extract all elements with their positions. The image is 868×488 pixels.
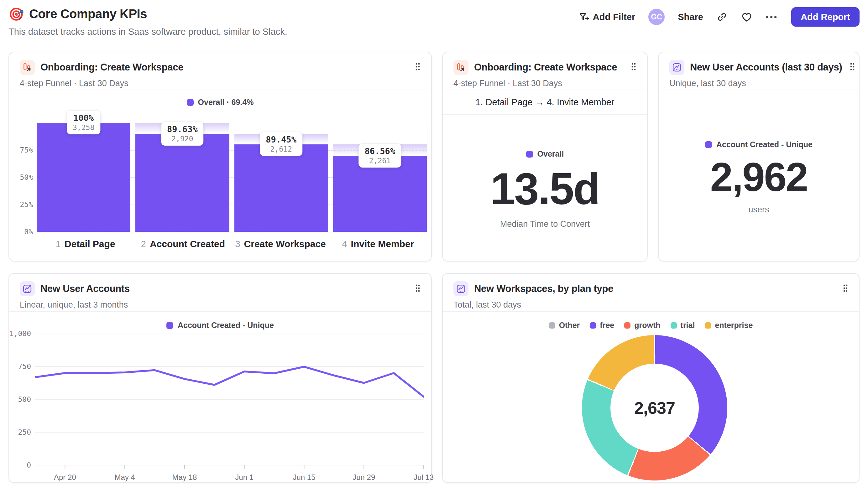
stat-stack: Overall 13.5d Median Time to Convert xyxy=(443,150,647,229)
add-filter-button[interactable]: Add Filter xyxy=(579,11,635,22)
card-subtitle: 4-step Funnel · Last 30 Days xyxy=(454,78,638,88)
donut-legend-item[interactable]: growth xyxy=(624,321,660,330)
funnel-step-range: 1. Detail Page → 4. Invite Member xyxy=(443,90,647,115)
line-ytick: 750 xyxy=(18,362,31,370)
line-plot: Apr 20May 4May 18Jun 1Jun 15Jun 29Jul 13 xyxy=(35,333,424,469)
funnel-value-label: 89.45%2,612 xyxy=(260,132,302,156)
more-menu-button[interactable]: ••• xyxy=(766,12,778,22)
funnel-legend[interactable]: Overall · 69.4% xyxy=(9,98,431,107)
funnel-step-label: 2Account Created xyxy=(134,239,231,249)
stat-stack: Account Created - Unique 2,962 users xyxy=(659,140,859,215)
funnel-step-bar[interactable]: 89.63%2,920 xyxy=(135,123,234,232)
funnel-chart-icon xyxy=(454,60,468,75)
drag-handle-icon[interactable] xyxy=(413,282,423,296)
line-ytick: 500 xyxy=(18,395,31,403)
line-ytick: 0 xyxy=(27,461,31,469)
line-chart-icon xyxy=(669,60,684,75)
card-title: Onboarding: Create Workspace xyxy=(40,62,183,73)
page-header: 🎯 Core Company KPIs This dataset tracks … xyxy=(8,7,860,37)
stat-caption: users xyxy=(748,205,769,215)
card-subtitle: Linear, unique, last 3 months xyxy=(20,300,423,310)
donut-hole: 2,637 xyxy=(611,364,699,452)
drag-handle-icon[interactable] xyxy=(629,60,638,74)
card-title: New User Accounts xyxy=(40,283,130,294)
funnel-ytick: 75% xyxy=(11,146,33,154)
funnel-xlabels: 1Detail Page2Account Created3Create Work… xyxy=(37,239,427,249)
funnel-value-label: 100%3,258 xyxy=(67,110,100,134)
link-icon[interactable] xyxy=(716,11,727,23)
legend-label: Account Created - Unique xyxy=(716,140,812,149)
card-header: New Workspaces, by plan type Total, last… xyxy=(443,274,859,312)
card-workspaces-by-plan: New Workspaces, by plan type Total, last… xyxy=(442,273,860,483)
favorite-heart-icon[interactable] xyxy=(741,11,753,23)
legend-chip xyxy=(671,322,677,329)
donut-legend: Otherfreegrowthtrialenterprise xyxy=(443,321,859,330)
stat-legend[interactable]: Overall xyxy=(526,150,564,159)
avatar[interactable]: GC xyxy=(648,9,664,25)
line-xtick: Jun 15 xyxy=(279,473,329,482)
drag-handle-icon[interactable] xyxy=(841,282,850,296)
donut-legend-item[interactable]: free xyxy=(590,321,614,330)
funnel-value-label: 86.56%2,261 xyxy=(359,143,401,168)
legend-label: growth xyxy=(634,321,660,330)
share-label: Share xyxy=(678,12,703,22)
card-subtitle: Total, last 30 days xyxy=(454,300,850,310)
funnel-bar[interactable] xyxy=(135,134,229,232)
funnel-step-bar[interactable]: 86.56%2,261 xyxy=(333,123,427,232)
card-time-to-convert: Onboarding: Create Workspace 4-step Funn… xyxy=(442,52,648,262)
line-legend[interactable]: Account Created - Unique xyxy=(9,321,431,330)
line-xtick: May 4 xyxy=(100,473,150,482)
line-ytick: 250 xyxy=(18,428,31,436)
funnel-step-bar[interactable]: 100%3,258 xyxy=(37,123,135,232)
add-filter-label: Add Filter xyxy=(593,12,635,22)
donut-legend-item[interactable]: Other xyxy=(549,321,580,330)
funnel-chart-icon xyxy=(20,60,35,75)
line-chart-icon xyxy=(454,281,468,296)
legend-chip xyxy=(705,141,712,148)
card-funnel-header: Onboarding: Create Workspace 4-step Funn… xyxy=(9,52,431,90)
legend-chip xyxy=(590,322,596,329)
funnel-step-bar[interactable]: 89.45%2,612 xyxy=(235,123,333,232)
gridline xyxy=(37,232,427,232)
legend-label: free xyxy=(600,321,614,330)
funnel-value-label: 89.63%2,920 xyxy=(161,122,204,145)
drag-handle-icon[interactable] xyxy=(413,60,423,74)
card-header: New User Accounts Linear, unique, last 3… xyxy=(9,274,431,312)
share-button[interactable]: Share xyxy=(678,12,703,22)
line-xtick: Jun 29 xyxy=(339,473,389,482)
funnel-step-label: 1Detail Page xyxy=(37,239,134,249)
line-xtick: May 18 xyxy=(159,473,210,482)
legend-chip xyxy=(166,322,173,329)
legend-label: Account Created - Unique xyxy=(178,321,274,330)
funnel-ytick: 0% xyxy=(11,228,33,236)
legend-chip xyxy=(624,322,630,329)
card-subtitle: Unique, last 30 days xyxy=(669,78,850,88)
line-ytick: 1,000 xyxy=(9,329,31,338)
stat-legend[interactable]: Account Created - Unique xyxy=(705,140,812,149)
line-yaxis: 02505007501,000 xyxy=(9,333,31,465)
legend-label: Other xyxy=(559,321,580,330)
donut-legend-item[interactable]: enterprise xyxy=(705,321,753,330)
funnel-bar[interactable] xyxy=(235,144,328,232)
funnel-ytick: 50% xyxy=(11,173,33,181)
funnel-step-label: 4Invite Member xyxy=(329,239,427,249)
legend-label: Overall xyxy=(537,150,564,159)
stat-value: 2,962 xyxy=(710,157,807,197)
line-series[interactable] xyxy=(35,333,424,469)
card-funnel: Onboarding: Create Workspace 4-step Funn… xyxy=(8,52,432,262)
funnel-bar[interactable] xyxy=(37,123,130,232)
legend-label: enterprise xyxy=(715,321,753,330)
page-title: Core Company KPIs xyxy=(29,7,147,21)
add-report-button[interactable]: Add Report xyxy=(791,7,860,27)
funnel-ytick: 25% xyxy=(11,200,33,208)
donut-legend-item[interactable]: trial xyxy=(671,321,695,330)
card-title: New User Accounts (last 30 days) xyxy=(690,62,842,73)
legend-chip xyxy=(705,322,711,329)
donut-total: 2,637 xyxy=(634,398,675,418)
drag-handle-icon[interactable] xyxy=(848,60,857,74)
funnel-step-label: 3Create Workspace xyxy=(232,239,329,249)
line-xtick: Apr 20 xyxy=(40,473,90,482)
donut-chart[interactable]: 2,637 xyxy=(582,335,727,481)
line-chart-icon xyxy=(20,281,35,296)
board-emoji-icon: 🎯 xyxy=(8,8,24,20)
